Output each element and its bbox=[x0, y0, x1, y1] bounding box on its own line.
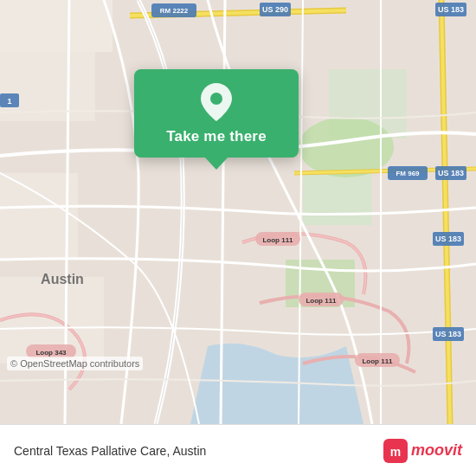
svg-text:1: 1 bbox=[7, 97, 11, 106]
svg-text:US 183: US 183 bbox=[438, 5, 464, 14]
moovit-icon-svg: m bbox=[383, 439, 408, 463]
svg-text:Loop 111: Loop 111 bbox=[306, 297, 337, 305]
svg-text:US 183: US 183 bbox=[435, 235, 461, 243]
take-me-there-label: Take me there bbox=[166, 128, 267, 145]
svg-text:m: m bbox=[390, 445, 401, 459]
svg-text:RM 2222: RM 2222 bbox=[160, 7, 189, 15]
take-me-there-popup[interactable]: Take me there bbox=[134, 69, 299, 158]
moovit-logo: m moovit bbox=[383, 439, 462, 463]
svg-text:Loop 111: Loop 111 bbox=[262, 236, 293, 244]
svg-text:Austin: Austin bbox=[41, 272, 84, 286]
svg-text:Loop 343: Loop 343 bbox=[35, 349, 67, 357]
location-pin-icon bbox=[197, 83, 235, 121]
svg-text:US 183: US 183 bbox=[435, 330, 461, 338]
svg-text:FM 969: FM 969 bbox=[396, 170, 420, 177]
copyright-text: © OpenStreetMap contributors bbox=[7, 357, 143, 370]
svg-point-7 bbox=[299, 117, 394, 177]
svg-point-34 bbox=[210, 93, 222, 105]
map-container: RM 2222 US 290 US 183 1 FM 969 US 183 Lo… bbox=[0, 0, 476, 424]
svg-rect-1 bbox=[0, 0, 113, 52]
svg-text:US 290: US 290 bbox=[262, 5, 288, 14]
svg-rect-5 bbox=[303, 173, 372, 225]
svg-text:US 183: US 183 bbox=[438, 169, 464, 177]
location-info-text: Central Texas Pallative Care, Austin bbox=[14, 444, 206, 458]
info-bar: Central Texas Pallative Care, Austin m m… bbox=[0, 424, 476, 476]
moovit-name-label: moovit bbox=[411, 441, 462, 460]
svg-text:Loop 111: Loop 111 bbox=[362, 357, 393, 365]
